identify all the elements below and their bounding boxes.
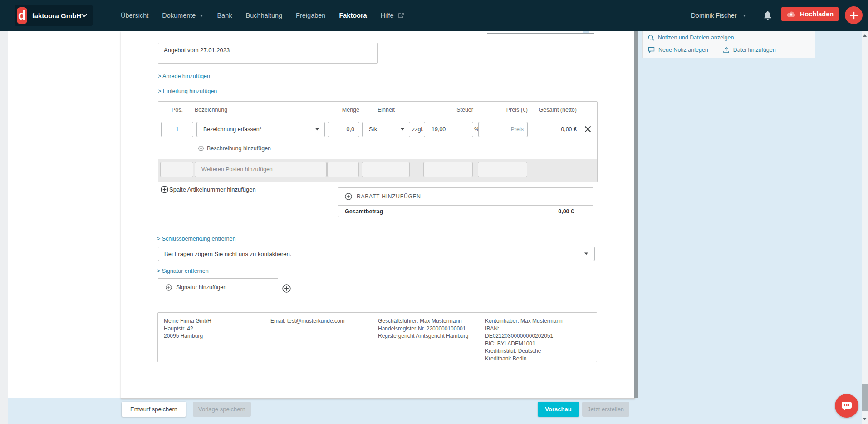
footer-contact-column: Email: test@musterkunde.com — [270, 317, 345, 325]
notes-panel: Notizen und Dateien anzeigen Neue Notiz … — [642, 31, 815, 58]
add-intro-link[interactable]: > Einleitung hinzufügen — [158, 88, 217, 94]
right-background — [638, 31, 862, 424]
external-link-icon — [398, 12, 404, 19]
new-note-link[interactable]: Neue Notiz anlegen — [648, 47, 708, 53]
add-article-column-label: Spalte Artikelnummer hinzufügen — [169, 186, 256, 193]
unit-select-value: Stk. — [369, 126, 379, 133]
nav-freigaben[interactable]: Freigaben — [296, 12, 325, 19]
nav-dokumente-label: Dokumente — [162, 12, 196, 19]
description-select[interactable]: Bezeichnung erfassen* — [196, 122, 325, 137]
add-salutation-link[interactable]: > Anrede hinzufügen — [158, 73, 210, 79]
add-new-button[interactable] — [845, 6, 863, 24]
closing-remark-select[interactable]: Bei Fragen zögern Sie nicht uns zu konta… — [158, 247, 595, 261]
total-row: Gesamtbetrag 0,00 € — [338, 206, 593, 217]
plus-circle-icon — [161, 186, 168, 193]
total-label: Gesamtbetrag — [345, 208, 383, 215]
add-signature-plus-button[interactable] — [282, 284, 291, 293]
app-root: d faktoora GmbH Übersicht Dokumente Bank… — [0, 0, 868, 424]
add-item-box[interactable]: Weiteren Posten hinzufügen — [195, 162, 327, 177]
ghost-tax-box[interactable] — [423, 162, 473, 177]
ghost-pos-box[interactable] — [160, 162, 193, 177]
footer-address-column: Meine Firma GmbH Hauptstr. 42 20095 Hamb… — [164, 317, 211, 340]
col-header-menge: Menge — [328, 102, 359, 118]
upload-button-label: Hochladen — [800, 10, 834, 18]
caret-down-icon — [584, 253, 588, 255]
card-scrollbar[interactable] — [634, 31, 638, 398]
top-navbar: d faktoora GmbH Übersicht Dokumente Bank… — [0, 0, 868, 31]
add-description-link[interactable]: Beschreibung hinzufügen — [198, 144, 271, 152]
main-nav: Übersicht Dokumente Bank Buchhaltung Fre… — [121, 0, 418, 31]
ghost-price-box[interactable] — [478, 162, 527, 177]
add-file-link[interactable]: Datei hinzufügen — [723, 47, 776, 54]
plus-circle-icon — [166, 284, 172, 291]
faktoora-logo: d — [17, 7, 27, 24]
chat-support-button[interactable] — [835, 394, 858, 418]
caret-down-icon — [315, 128, 319, 131]
add-discount-label: RABATT HINZUFÜGEN — [357, 193, 421, 200]
add-article-column-link[interactable]: Spalte Artikelnummer hinzufügen — [161, 185, 256, 194]
new-note-label: Neue Notiz anlegen — [658, 47, 708, 53]
caret-down-icon — [401, 128, 404, 131]
plus-circle-icon — [345, 193, 352, 200]
save-draft-button[interactable]: Entwurf speichern — [122, 402, 186, 417]
preview-button[interactable]: Vorschau — [538, 402, 579, 417]
remove-closing-link[interactable]: > Schlussbemerkung entfernen — [157, 236, 235, 242]
upload-button[interactable]: Hochladen — [781, 7, 839, 21]
page-scrollbar-thumb[interactable] — [862, 384, 868, 411]
chat-bubble-icon — [840, 400, 853, 412]
show-notes-link[interactable]: Notizen und Dateien anzeigen — [648, 35, 734, 41]
scroll-down-arrow-icon[interactable] — [863, 418, 867, 420]
nav-bank[interactable]: Bank — [217, 12, 232, 19]
subject-input[interactable]: Angebot vom 27.01.2023 — [158, 43, 378, 64]
user-name: Dominik Fischer — [691, 12, 736, 19]
col-header-gesamt: Gesamt (netto) — [527, 102, 577, 118]
col-header-preis: Preis (€) — [478, 102, 528, 118]
nav-buchhaltung[interactable]: Buchhaltung — [245, 12, 282, 19]
plus-icon — [850, 11, 858, 20]
upload-file-icon — [723, 47, 730, 54]
ghost-unit-box[interactable] — [362, 162, 410, 177]
closing-remark-value: Bei Fragen zögern Sie nicht uns zu konta… — [164, 251, 291, 257]
add-signature-label: Signatur hinzufügen — [176, 284, 226, 291]
unit-select[interactable]: Stk. — [362, 122, 410, 137]
notifications-bell-icon[interactable] — [763, 10, 772, 22]
tax-input[interactable] — [424, 122, 473, 137]
line-items-table: Pos. Bezeichnung Menge Einheit Steuer Pr… — [158, 101, 598, 182]
chevron-down-icon — [743, 15, 746, 17]
add-signature-box[interactable]: Signatur hinzufügen — [158, 278, 278, 296]
cutoff-field-border — [487, 33, 594, 34]
add-description-label: Beschreibung hinzufügen — [207, 145, 271, 152]
total-value: 0,00 € — [558, 208, 574, 215]
header-separator — [158, 118, 597, 118]
create-now-button[interactable]: Jetzt erstellen — [582, 402, 629, 417]
cutoff-field-fragment — [583, 31, 589, 33]
plus-circle-icon — [198, 146, 204, 151]
remove-row-icon[interactable] — [584, 126, 591, 133]
card-scrollbar-thumb[interactable] — [634, 31, 638, 398]
scroll-up-arrow-icon[interactable] — [863, 34, 867, 37]
nav-uebersicht[interactable]: Übersicht — [121, 12, 148, 19]
notes-panel-row2: Neue Notiz anlegen Datei hinzufügen — [648, 44, 776, 55]
footer-bank-column: Kontoinhaber: Max Mustermann IBAN: DE021… — [485, 317, 566, 362]
col-header-bezeichnung: Bezeichnung — [195, 102, 227, 118]
footer-register-column: Geschäftsführer: Max Mustermann Handelsr… — [378, 317, 468, 340]
pos-input[interactable] — [161, 122, 193, 137]
company-switcher[interactable]: d faktoora GmbH — [15, 5, 93, 26]
nav-dokumente[interactable]: Dokumente — [162, 12, 203, 19]
quantity-input[interactable] — [328, 122, 359, 137]
remove-signature-link[interactable]: > Signatur entfernen — [157, 268, 209, 274]
company-name: faktoora GmbH — [32, 12, 81, 20]
zzgl-label: zzgl. — [412, 122, 424, 137]
notes-panel-row1: Notizen und Dateien anzeigen — [648, 32, 734, 43]
nav-faktoora[interactable]: Faktoora — [339, 12, 367, 19]
nav-hilfe[interactable]: Hilfe — [381, 12, 404, 19]
user-menu[interactable]: Dominik Fischer — [691, 0, 746, 31]
page-scrollbar[interactable] — [862, 31, 868, 424]
ghost-quantity-box[interactable] — [327, 162, 359, 177]
add-discount-button[interactable]: RABATT HINZUFÜGEN — [338, 188, 593, 206]
discount-total-box: RABATT HINZUFÜGEN Gesamtbetrag 0,00 € — [338, 187, 593, 217]
nav-hilfe-label: Hilfe — [381, 12, 394, 19]
cloud-upload-icon — [786, 11, 796, 18]
price-input[interactable] — [478, 122, 528, 137]
save-template-button[interactable]: Vorlage speichern — [193, 402, 251, 417]
